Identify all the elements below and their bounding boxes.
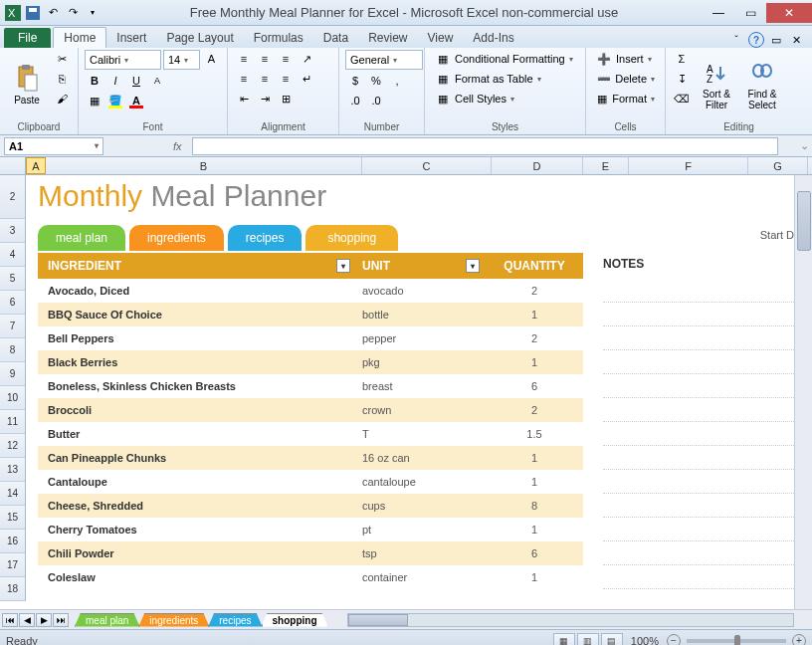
cell-unit[interactable]: crown: [356, 404, 486, 416]
tab-data[interactable]: Data: [313, 28, 358, 48]
slider-thumb[interactable]: [734, 635, 740, 646]
cell-unit[interactable]: cups: [356, 500, 486, 512]
cell-ingredient[interactable]: Butter: [38, 428, 356, 440]
zoom-level[interactable]: 100%: [631, 635, 659, 646]
next-sheet-icon[interactable]: ▶: [36, 613, 52, 627]
cell-ingredient[interactable]: Bell Peppers: [38, 332, 356, 344]
accounting-icon[interactable]: $: [345, 72, 365, 90]
font-name-combo[interactable]: Calibri▾: [85, 50, 161, 70]
worksheet-grid[interactable]: 23456789101112131415161718 Monthly Meal …: [0, 175, 812, 609]
table-row[interactable]: Boneless, Skinless Chicken Breastsbreast…: [38, 374, 583, 398]
cell-quantity[interactable]: 1: [486, 452, 583, 464]
row-header[interactable]: 2: [0, 175, 26, 219]
row-header[interactable]: 8: [0, 338, 26, 362]
page-layout-view-icon[interactable]: ▥: [577, 633, 599, 646]
sheet-tab-ingredients[interactable]: ingredients: [138, 613, 209, 627]
normal-view-icon[interactable]: ▦: [553, 633, 575, 646]
cell-quantity[interactable]: 2: [486, 404, 583, 416]
table-row[interactable]: Cheese, Shreddedcups8: [38, 494, 583, 518]
cell-ingredient[interactable]: Broccoli: [38, 404, 356, 416]
cell-ingredient[interactable]: Cherry Tomatoes: [38, 524, 356, 536]
name-box[interactable]: A1▾: [4, 137, 103, 155]
formula-input[interactable]: [192, 137, 778, 155]
column-header[interactable]: F: [629, 157, 748, 174]
file-tab[interactable]: File: [4, 28, 51, 48]
cell-unit[interactable]: T: [356, 428, 486, 440]
sheet-tab-meal-plan[interactable]: meal plan: [75, 613, 139, 627]
increase-indent-icon[interactable]: ⇥: [255, 90, 275, 108]
cell-quantity[interactable]: 1: [486, 309, 583, 321]
align-center-icon[interactable]: ≡: [255, 70, 275, 88]
column-header[interactable]: E: [583, 157, 629, 174]
zoom-slider[interactable]: [687, 639, 786, 643]
close-workbook-icon[interactable]: ✕: [788, 32, 804, 48]
cell-styles-button[interactable]: ▦Cell Styles▾: [431, 90, 579, 108]
first-sheet-icon[interactable]: ⏮: [2, 613, 18, 627]
cell-quantity[interactable]: 8: [486, 500, 583, 512]
row-header[interactable]: 14: [0, 482, 26, 506]
row-header[interactable]: 15: [0, 506, 26, 530]
vertical-scrollbar[interactable]: [794, 175, 812, 609]
cell-unit[interactable]: 16 oz can: [356, 452, 486, 464]
row-header[interactable]: 5: [0, 267, 26, 291]
cell-ingredient[interactable]: Cheese, Shredded: [38, 500, 356, 512]
table-row[interactable]: Broccolicrown2: [38, 398, 583, 422]
page-break-view-icon[interactable]: ▤: [601, 633, 623, 646]
row-header[interactable]: 3: [0, 219, 26, 243]
font-color-icon[interactable]: A: [126, 92, 146, 109]
tab-review[interactable]: Review: [358, 28, 417, 48]
save-icon[interactable]: [24, 4, 42, 22]
format-as-table-button[interactable]: ▦Format as Table▾: [431, 70, 579, 88]
border-icon[interactable]: ▦: [85, 92, 104, 109]
cell-quantity[interactable]: 1: [486, 356, 583, 368]
expand-formula-icon[interactable]: ⌄: [796, 139, 812, 152]
cell-ingredient[interactable]: Avocado, Diced: [38, 285, 356, 297]
column-header[interactable]: C: [362, 157, 492, 174]
horizontal-scrollbar[interactable]: [347, 613, 794, 627]
italic-button[interactable]: I: [105, 72, 125, 90]
redo-icon[interactable]: ↷: [64, 4, 82, 22]
row-header[interactable]: 4: [0, 243, 26, 267]
undo-icon[interactable]: ↶: [44, 4, 62, 22]
clear-icon[interactable]: ⌫: [672, 90, 692, 108]
shrink-font-icon[interactable]: A: [147, 72, 167, 90]
cell-quantity[interactable]: 2: [486, 332, 583, 344]
fill-color-icon[interactable]: 🪣: [105, 92, 125, 109]
cut-icon[interactable]: ✂: [52, 50, 72, 68]
table-row[interactable]: Avocado, Dicedavocado2: [38, 279, 583, 303]
table-row[interactable]: Cherry Tomatoespt1: [38, 518, 583, 541]
cell-unit[interactable]: pt: [356, 524, 486, 536]
conditional-formatting-button[interactable]: ▦Conditional Formatting▾: [431, 50, 579, 68]
align-right-icon[interactable]: ≡: [276, 70, 296, 88]
cell-ingredient[interactable]: BBQ Sauce Of Choice: [38, 309, 356, 321]
sheet-tab-shopping[interactable]: shopping: [262, 613, 328, 627]
table-row[interactable]: Coleslawcontainer1: [38, 565, 583, 589]
fill-icon[interactable]: ↧: [672, 70, 692, 88]
cell-ingredient[interactable]: Coleslaw: [38, 571, 356, 583]
align-top-icon[interactable]: ≡: [234, 50, 254, 68]
decrease-indent-icon[interactable]: ⇤: [234, 90, 254, 108]
cell-quantity[interactable]: 2: [486, 285, 583, 297]
header-unit[interactable]: UNIT▾: [356, 259, 486, 273]
template-tab-meal-plan[interactable]: meal plan: [38, 225, 125, 251]
row-header[interactable]: 10: [0, 386, 26, 410]
minimize-ribbon-icon[interactable]: ˇ: [728, 32, 744, 48]
cell-ingredient[interactable]: Can Pineapple Chunks: [38, 452, 356, 464]
row-header[interactable]: 18: [0, 577, 26, 601]
template-tab-ingredients[interactable]: ingredients: [129, 225, 224, 251]
percent-icon[interactable]: %: [366, 72, 386, 90]
cell-quantity[interactable]: 6: [486, 547, 583, 559]
cell-unit[interactable]: tsp: [356, 547, 486, 559]
paste-button[interactable]: Paste: [6, 50, 48, 119]
header-ingredient[interactable]: INGREDIENT▾: [38, 259, 356, 273]
tab-insert[interactable]: Insert: [106, 28, 156, 48]
select-all-button[interactable]: [0, 157, 26, 174]
sheet-tab-recipes[interactable]: recipes: [208, 613, 262, 627]
merge-icon[interactable]: ⊞: [276, 90, 296, 108]
qat-dropdown-icon[interactable]: ▾: [84, 4, 102, 22]
cell-ingredient[interactable]: Chili Powder: [38, 547, 356, 559]
copy-icon[interactable]: ⎘: [52, 70, 72, 88]
table-row[interactable]: Cantaloupecantaloupe1: [38, 470, 583, 494]
template-tab-recipes[interactable]: recipes: [228, 225, 303, 251]
cell-unit[interactable]: cantaloupe: [356, 476, 486, 488]
